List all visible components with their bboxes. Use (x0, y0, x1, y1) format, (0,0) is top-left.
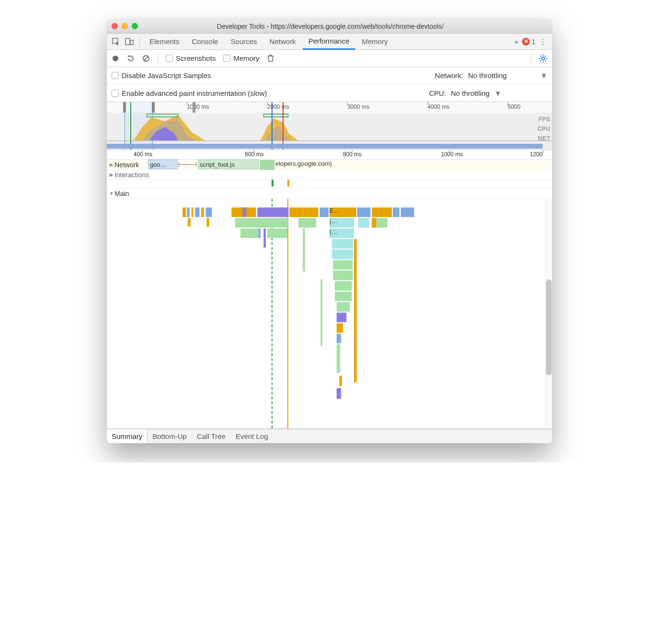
network-request[interactable]: script_foot.js (198, 160, 259, 169)
overview-ruler: 1000 ms 2000 ms 3000 ms 4000 ms 5000 (107, 102, 552, 113)
overview-cpu-chart (107, 113, 552, 144)
flame-label: (… (330, 218, 337, 225)
scrollbar[interactable] (545, 199, 552, 428)
svg-rect-16 (147, 114, 178, 117)
network-label: Network: (435, 71, 463, 80)
svg-rect-61 (188, 218, 191, 227)
svg-rect-37 (263, 229, 266, 248)
record-icon[interactable] (112, 55, 119, 62)
inspect-icon[interactable] (110, 38, 122, 46)
svg-line-13 (540, 60, 541, 61)
chevron-right-icon: ▶ (109, 172, 114, 177)
perf-toolbar: Screenshots Memory (107, 50, 552, 67)
svg-rect-15 (107, 140, 552, 141)
chevron-down-icon: ▼ (109, 191, 114, 196)
svg-point-3 (113, 56, 118, 61)
checkbox-disable-js[interactable]: Disable JavaScript Samples (112, 71, 211, 80)
overview-timeline[interactable]: 1000 ms 2000 ms 3000 ms 4000 ms 5000 (107, 102, 552, 150)
svg-rect-25 (257, 207, 288, 217)
tab-performance[interactable]: Performance (303, 34, 355, 50)
svg-line-11 (540, 56, 541, 57)
scrollbar-thumb[interactable] (546, 279, 552, 375)
network-request[interactable] (260, 160, 274, 170)
svg-rect-51 (337, 313, 346, 322)
flame-label: (… (330, 229, 337, 235)
network-request[interactable]: goo… (148, 160, 178, 169)
flame-label: E… (330, 207, 339, 214)
checkbox-adv-paint[interactable]: Enable advanced paint instrumentation (s… (112, 89, 267, 97)
svg-rect-20 (192, 207, 193, 217)
svg-rect-50 (337, 302, 350, 312)
svg-rect-39 (267, 229, 287, 238)
svg-rect-28 (320, 207, 329, 217)
svg-rect-17 (263, 114, 288, 117)
svg-rect-36 (240, 229, 258, 238)
tab-call-tree[interactable]: Call Tree (192, 429, 231, 444)
svg-rect-57 (354, 239, 357, 382)
tab-summary[interactable]: Summary (107, 429, 148, 444)
error-count: 1 (532, 38, 535, 46)
chevron-right-icon: ▶ (109, 162, 114, 167)
svg-line-5 (144, 57, 148, 60)
svg-rect-35 (235, 218, 289, 228)
timing-markers (107, 180, 552, 188)
tabs-overflow[interactable]: » (511, 34, 521, 50)
svg-rect-2 (130, 40, 133, 45)
panel-tabbar: Elements Console Sources Network Perform… (107, 34, 552, 50)
maximize-icon[interactable] (132, 23, 138, 29)
details-tabbar: Summary Bottom-Up Call Tree Event Log (107, 429, 552, 443)
device-toggle-icon[interactable] (123, 38, 136, 46)
svg-rect-56 (337, 388, 341, 399)
selection-handle-left[interactable] (123, 102, 126, 113)
svg-rect-46 (333, 260, 352, 270)
svg-rect-40 (298, 218, 316, 228)
svg-rect-18 (182, 207, 186, 217)
overview-marker (193, 102, 195, 113)
tab-event-log[interactable]: Event Log (231, 429, 273, 444)
interactions-section[interactable]: ▶ Interactions (107, 170, 552, 180)
overview-lane-labels: FPS CPU NET (537, 115, 550, 143)
svg-rect-49 (335, 292, 352, 301)
tab-console[interactable]: Console (186, 34, 224, 50)
tab-sources[interactable]: Sources (225, 34, 263, 50)
tab-network[interactable]: Network (264, 34, 302, 50)
svg-rect-60 (372, 218, 376, 228)
separator (139, 37, 140, 46)
clear-icon[interactable] (142, 55, 150, 62)
tab-memory[interactable]: Memory (356, 34, 394, 50)
reload-icon[interactable] (127, 55, 135, 62)
selection-handle-right[interactable] (152, 102, 155, 113)
minimize-icon[interactable] (122, 23, 128, 29)
error-badge[interactable]: ✕ 1 (522, 38, 535, 46)
network-url: elopers.google.com) (275, 160, 332, 167)
error-icon: ✕ (522, 38, 530, 46)
tab-elements[interactable]: Elements (144, 34, 185, 50)
svg-rect-52 (337, 323, 343, 333)
flame-ruler[interactable]: 400 ms 600 ms 800 ms 1000 ms 1200 (107, 150, 552, 160)
svg-rect-34 (243, 207, 246, 217)
svg-rect-21 (195, 207, 199, 217)
svg-rect-63 (320, 279, 322, 346)
devtools-window: Developer Tools - https://developers.goo… (107, 19, 552, 443)
svg-line-12 (545, 60, 546, 61)
trash-icon[interactable] (267, 55, 274, 62)
cpu-throttle-select[interactable]: No throttling (451, 89, 489, 97)
network-throttle-select[interactable]: No throttling (468, 71, 507, 80)
cpu-label: CPU: (429, 89, 446, 97)
close-icon[interactable] (112, 23, 118, 29)
checkbox-screenshots[interactable]: Screenshots (166, 54, 216, 62)
network-section[interactable]: ▶ Network goo… script_foot.js elopers.go… (107, 160, 552, 170)
main-flame-chart[interactable]: E… (… (… (107, 199, 552, 429)
svg-rect-19 (187, 207, 190, 217)
svg-rect-31 (372, 207, 392, 217)
main-section-header[interactable]: ▼ Main (107, 188, 552, 199)
checkbox-memory[interactable]: Memory (223, 54, 259, 62)
tab-bottom-up[interactable]: Bottom-Up (148, 429, 192, 444)
more-menu-icon[interactable]: ⋮ (536, 37, 549, 46)
traffic-lights (112, 23, 138, 29)
svg-rect-27 (303, 207, 318, 217)
gear-icon[interactable] (539, 54, 547, 63)
svg-rect-1 (125, 38, 130, 45)
svg-rect-53 (337, 334, 341, 343)
svg-rect-48 (335, 281, 352, 291)
